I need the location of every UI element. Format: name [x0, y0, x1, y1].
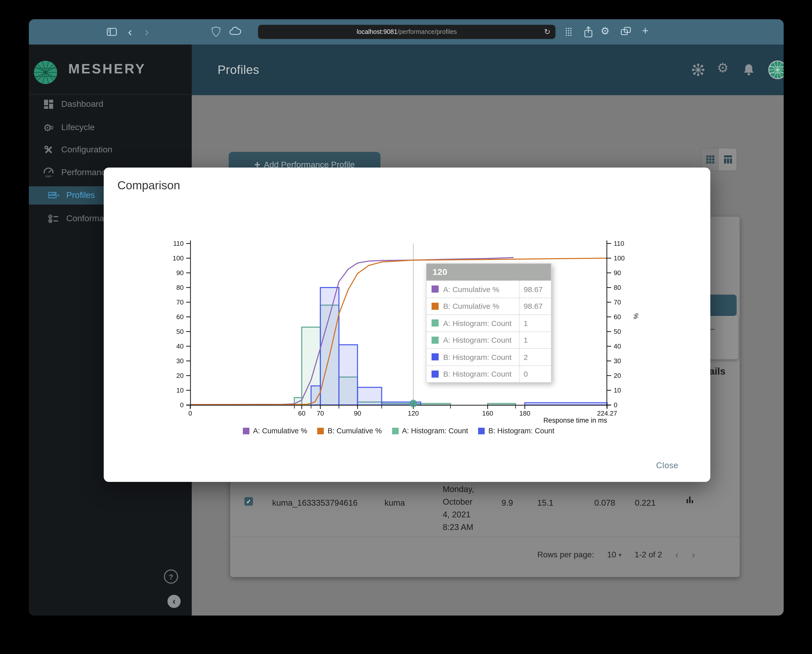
tooltip-swatch	[432, 303, 439, 310]
svg-text:0: 0	[180, 401, 184, 409]
share-icon[interactable]	[582, 25, 594, 38]
svg-text:70: 70	[317, 410, 324, 417]
date-cell: Monday, October 4, 2021 8:23 AM	[443, 483, 482, 533]
tooltip-title: 120	[426, 264, 551, 280]
chart-legend: A: Cumulative % B: Cumulative % A: Histo…	[190, 427, 607, 435]
right-y-axis-label: %	[632, 313, 640, 319]
dashboard-icon	[42, 99, 55, 109]
svg-text:50: 50	[176, 328, 184, 335]
sidebar-item-label: Performance	[61, 168, 111, 178]
collapse-sidebar-button[interactable]: ‹	[168, 595, 181, 608]
svg-text:60: 60	[298, 410, 305, 417]
forward-button[interactable]: ›	[145, 26, 149, 38]
sidebar-item-configuration[interactable]: Configuration	[29, 141, 192, 159]
legend-item[interactable]: B: Histogram: Count	[478, 427, 554, 435]
svg-text:60: 60	[176, 313, 184, 321]
sidebar-item-lifecycle[interactable]: ⚙⚙ Lifecycle	[29, 118, 192, 137]
sidebar-item-dashboard[interactable]: Dashboard	[29, 95, 192, 113]
legend-swatch	[243, 428, 250, 434]
x-axis-label: Response time in ms	[190, 417, 607, 424]
p50-cell: 0.078	[584, 498, 615, 508]
conformance-checklist-icon	[47, 214, 60, 224]
sidebar-toggle-icon[interactable]	[106, 26, 118, 38]
lifecycle-gears-icon: ⚙⚙	[42, 123, 55, 132]
tooltip-swatch	[432, 354, 439, 361]
configuration-tools-icon	[42, 145, 55, 155]
mesh-adapters-icon[interactable]	[691, 63, 705, 77]
app-header: Profiles ⚙	[192, 44, 784, 95]
svg-text:224.27: 224.27	[597, 410, 617, 417]
cloud-icon[interactable]	[229, 26, 242, 38]
brand-row: MESHERY	[29, 44, 192, 95]
performance-smp-icon: SMP	[42, 167, 55, 179]
qps-cell: 9.9	[490, 498, 513, 508]
browser-toolbar: ‹ › localhost:9081/performance/profiles …	[29, 19, 784, 44]
comparison-modal: Comparison 00101020203030404050506060707…	[104, 168, 710, 482]
svg-text:110: 110	[614, 240, 624, 247]
legend-swatch	[478, 428, 485, 434]
grid-dots-icon[interactable]	[563, 26, 574, 37]
mesh-cell: kuma	[385, 498, 405, 508]
sidebar-item-label: Configuration	[61, 145, 112, 155]
svg-text:40: 40	[176, 342, 184, 350]
svg-text:0: 0	[614, 401, 617, 409]
legend-item[interactable]: A: Cumulative %	[243, 427, 307, 435]
tooltip-row: B: Cumulative % 98.67	[426, 297, 551, 314]
svg-text:60: 60	[614, 313, 621, 321]
close-modal-button[interactable]: Close	[653, 460, 681, 471]
grid-view-button[interactable]	[701, 148, 719, 171]
next-page-button[interactable]: ›	[692, 549, 695, 561]
svg-text:20: 20	[614, 372, 621, 379]
tooltip-row: A: Cumulative % 98.67	[426, 280, 551, 297]
tooltip-swatch	[432, 337, 439, 344]
row-divider	[230, 536, 740, 537]
back-button[interactable]: ‹	[128, 26, 132, 38]
screen: ‹ › localhost:9081/performance/profiles …	[0, 0, 812, 654]
tooltip-swatch	[432, 371, 439, 377]
svg-text:100: 100	[173, 254, 184, 262]
privacy-shield-icon[interactable]	[210, 26, 222, 38]
tooltip-row: A: Histogram: Count 1	[426, 314, 551, 331]
notifications-bell-icon[interactable]	[742, 63, 756, 77]
previous-page-button[interactable]: ‹	[675, 549, 678, 561]
tooltip-row: B: Histogram: Count 0	[426, 365, 551, 382]
row-checkbox[interactable]: ✓	[244, 497, 253, 506]
svg-text:160: 160	[482, 410, 493, 417]
browser-settings-gear-icon[interactable]: ⚙	[600, 25, 610, 37]
svg-text:30: 30	[614, 357, 621, 365]
svg-text:90: 90	[354, 410, 361, 417]
svg-text:80: 80	[176, 284, 184, 291]
svg-text:90: 90	[614, 269, 621, 277]
caret-down-icon: ▾	[619, 552, 621, 558]
url-host: localhost:9081	[357, 28, 397, 35]
sidebar-item-label: Profiles	[66, 190, 95, 200]
table-view-button[interactable]	[719, 148, 737, 171]
view-chart-icon[interactable]	[685, 495, 694, 504]
tab-overview-icon[interactable]	[620, 26, 632, 38]
svg-text:100: 100	[614, 254, 624, 262]
svg-text:120: 120	[408, 410, 419, 417]
rows-per-page-select[interactable]: 10 ▾	[607, 550, 621, 559]
address-bar[interactable]: localhost:9081/performance/profiles ↻	[258, 25, 556, 39]
pagination-range: 1-2 of 2	[635, 550, 662, 559]
legend-item[interactable]: B: Cumulative %	[317, 427, 382, 435]
url-path: /performance/profiles	[397, 28, 457, 35]
tooltip-swatch	[432, 320, 439, 327]
user-avatar[interactable]	[768, 60, 784, 79]
svg-text:70: 70	[614, 298, 621, 306]
svg-text:50: 50	[614, 328, 621, 335]
svg-text:110: 110	[173, 240, 184, 247]
help-button[interactable]: ?	[164, 570, 178, 584]
svg-text:10: 10	[176, 387, 184, 394]
brand-name: MESHERY	[68, 61, 146, 77]
profiles-icon	[47, 191, 60, 200]
page-title: Profiles	[218, 63, 259, 77]
svg-text:70: 70	[176, 298, 184, 306]
settings-gear-icon[interactable]: ⚙	[717, 60, 729, 76]
new-tab-button[interactable]: +	[642, 24, 649, 37]
reload-icon[interactable]: ↻	[544, 28, 551, 37]
tooltip-swatch	[432, 286, 439, 293]
legend-item[interactable]: A: Histogram: Count	[392, 427, 468, 435]
svg-text:40: 40	[614, 342, 621, 350]
svg-text:90: 90	[176, 269, 184, 277]
